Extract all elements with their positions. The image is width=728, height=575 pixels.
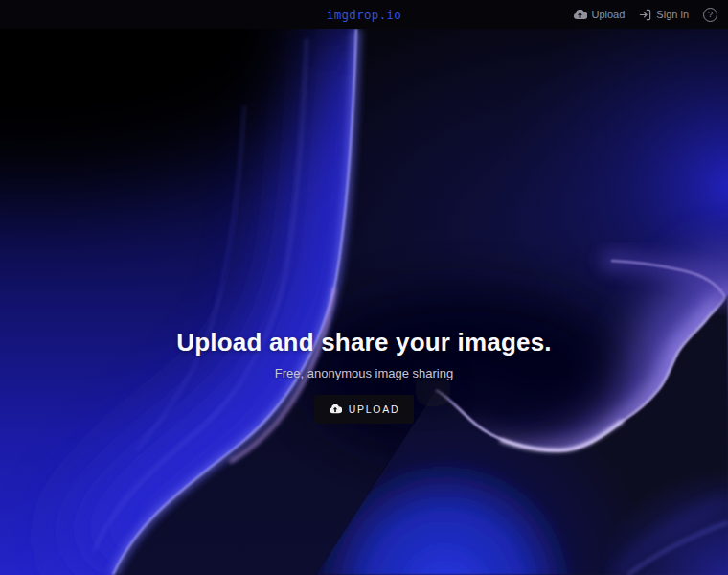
hero-heading: Upload and share your images. (0, 328, 728, 357)
cloud-upload-icon (329, 404, 342, 414)
sign-in-icon (639, 9, 651, 21)
help-icon: ? (708, 11, 713, 19)
hero-subheading: Free, anonymous image sharing (0, 366, 728, 380)
hero-section: Upload and share your images. Free, anon… (0, 29, 728, 575)
imgdrop-app: imgdrop.io Upload Sign in ? (0, 0, 728, 575)
header-signin-button[interactable]: Sign in (639, 9, 689, 21)
cloud-upload-icon (573, 10, 587, 20)
site-logo[interactable]: imgdrop.io (327, 8, 401, 22)
upload-cta-button[interactable]: UPLOAD (314, 395, 414, 424)
help-button[interactable]: ? (703, 8, 717, 22)
header-signin-label: Sign in (656, 10, 689, 20)
header: imgdrop.io Upload Sign in ? (0, 0, 728, 29)
hero-content: Upload and share your images. Free, anon… (0, 328, 728, 424)
header-upload-label: Upload (592, 10, 626, 20)
upload-cta-label: UPLOAD (349, 403, 399, 415)
abstract-waves-background (0, 29, 728, 575)
header-upload-button[interactable]: Upload (573, 10, 626, 20)
